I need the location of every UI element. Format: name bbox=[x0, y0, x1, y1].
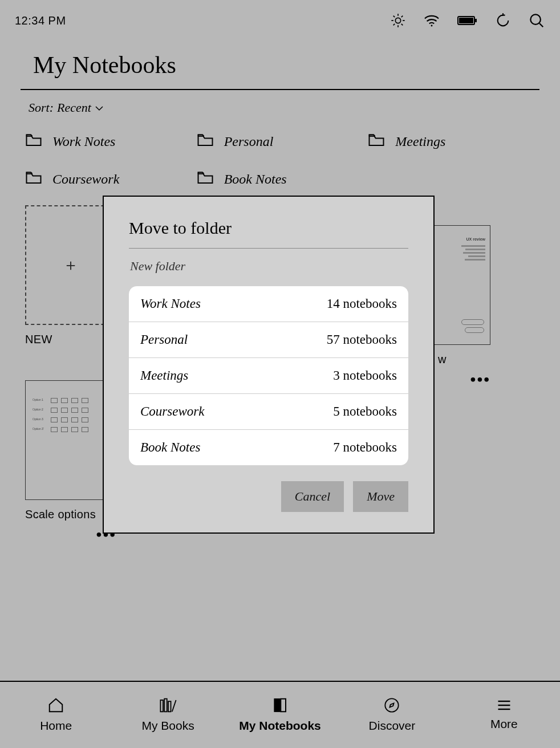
modal-divider bbox=[129, 248, 408, 249]
folder-option-personal[interactable]: Personal 57 notebooks bbox=[129, 322, 408, 357]
folder-list: Work Notes 14 notebooks Personal 57 note… bbox=[129, 286, 408, 465]
new-folder-button[interactable]: New folder bbox=[129, 259, 408, 274]
cancel-button[interactable]: Cancel bbox=[281, 481, 344, 512]
move-button[interactable]: Move bbox=[353, 481, 408, 512]
folder-option-name: Meetings bbox=[140, 368, 188, 383]
folder-option-name: Coursework bbox=[140, 404, 204, 419]
folder-option-count: 7 notebooks bbox=[333, 440, 397, 455]
folder-option-name: Work Notes bbox=[140, 296, 201, 311]
folder-option-book-notes[interactable]: Book Notes 7 notebooks bbox=[129, 429, 408, 465]
move-to-folder-modal: Move to folder New folder Work Notes 14 … bbox=[103, 196, 435, 534]
folder-option-meetings[interactable]: Meetings 3 notebooks bbox=[129, 357, 408, 393]
folder-option-count: 5 notebooks bbox=[333, 404, 397, 419]
folder-option-count: 57 notebooks bbox=[327, 332, 397, 347]
folder-option-name: Book Notes bbox=[140, 440, 200, 455]
modal-title: Move to folder bbox=[129, 218, 408, 238]
folder-option-coursework[interactable]: Coursework 5 notebooks bbox=[129, 393, 408, 429]
folder-option-name: Personal bbox=[140, 332, 188, 347]
folder-option-count: 14 notebooks bbox=[327, 296, 397, 311]
folder-option-count: 3 notebooks bbox=[333, 368, 397, 383]
folder-option-work-notes[interactable]: Work Notes 14 notebooks bbox=[129, 286, 408, 322]
